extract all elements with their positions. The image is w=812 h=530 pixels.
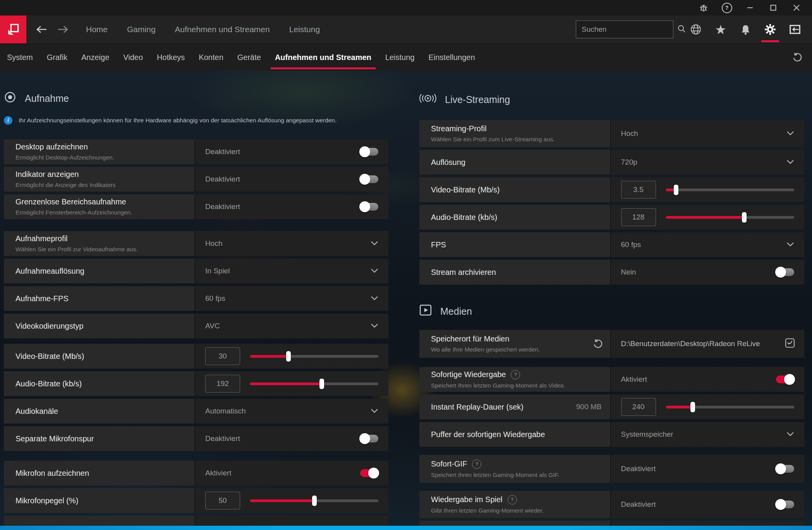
slider-thumb[interactable] [674,185,678,195]
toggle-switch[interactable] [360,148,378,156]
setting-value: Deaktiviert [205,202,240,211]
media-location-group: Speicherort für Medien Wo alle Ihre Medi… [419,330,804,360]
titlebar: ? [0,0,812,15]
subnav-hotkeys[interactable]: Hotkeys [150,44,192,71]
reset-path-icon[interactable] [592,338,603,349]
setting-row: Sofort-GIF ? Speichert Ihren letzten Gam… [419,455,804,483]
setting-title: Audio-Bitrate (kb/s) [431,213,610,222]
value-input[interactable]: 3.5 [621,181,656,199]
setting-subtitle: Wo alle Ihre Medien gespeichert werden. [431,346,540,353]
value-input[interactable]: 128 [621,208,656,226]
favorites-star-icon[interactable]: ★ [708,15,733,43]
help-icon[interactable]: ? [508,495,517,504]
toggle-switch[interactable] [360,175,378,183]
setting-title: Grenzenlose Bereichsaufnahme [15,197,194,206]
dropdown[interactable]: Hoch [611,120,805,147]
toggle-knob [775,463,786,474]
nav-home[interactable]: Home [86,25,108,34]
help-icon[interactable]: ? [472,460,481,469]
slider-thumb[interactable] [312,496,317,506]
slider-thumb[interactable] [742,212,747,223]
subnav-system[interactable]: System [0,44,40,71]
info-note: i Ihr Aufzeichnungseinstellungen können … [4,116,336,125]
dropdown[interactable]: Automatisch [195,399,388,424]
value-input[interactable]: 30 [205,347,240,365]
toggle-switch[interactable] [360,203,378,211]
setting-row: Videokodierungstyp AVC [4,314,388,338]
value-input[interactable]: 240 [621,398,656,416]
media-section-header: Medien [419,304,472,318]
setting-title: Desktop aufzeichnen [15,142,194,151]
forward-arrow-icon[interactable] [57,25,70,34]
toggle-switch[interactable] [776,465,794,473]
minimize-button[interactable] [738,0,762,15]
dropdown[interactable]: AVC [195,314,388,338]
microphone-group: Mikrofon aufzeichnen Aktiviert Mikrofonp… [4,461,388,527]
subnav-konten[interactable]: Konten [192,44,230,71]
help-icon[interactable]: ? [511,370,520,379]
chevron-down-icon [786,431,794,438]
toggle-switch[interactable] [360,435,378,443]
nav-gaming[interactable]: Gaming [127,25,156,34]
bug-report-icon[interactable] [692,0,715,15]
slider[interactable] [666,401,795,412]
dropdown[interactable]: 60 fps [195,286,388,311]
reset-settings-icon[interactable] [792,52,803,63]
subnav-aufnehmen-und-streamen[interactable]: Aufnehmen und Streamen [268,44,378,71]
maximize-button[interactable] [762,0,785,15]
slider[interactable] [250,378,378,389]
collapse-panel-icon[interactable] [783,15,807,43]
close-button[interactable] [785,0,808,15]
browse-folder-icon[interactable] [784,337,796,350]
dropdown-value: In Spiel [205,267,230,275]
toggle-switch[interactable] [360,469,378,477]
subnav-einstellungen[interactable]: Einstellungen [421,44,482,71]
info-text: Ihr Aufzeichnungseinstellungen können fü… [19,117,336,124]
dropdown[interactable]: Hoch [195,231,388,256]
dropdown[interactable]: 60 fps [611,232,805,257]
search-input[interactable] [581,25,677,34]
buffer-size-label: 900 MB [576,403,601,411]
setting-title: Puffer der sofortigen Wiedergabe [431,430,610,439]
toggle-switch[interactable] [776,376,794,383]
slider-thumb[interactable] [319,379,324,389]
slider[interactable] [666,212,795,223]
slider-thumb[interactable] [286,351,291,362]
recording-bitrate-group: Video-Bitrate (Mb/s) 30 Audio-Bitrate (k… [4,344,388,454]
setting-title: Mikrofon aufzeichnen [15,469,194,478]
notifications-bell-icon[interactable] [733,15,758,43]
value-input[interactable]: 192 [205,375,240,393]
slider[interactable] [250,351,378,362]
back-arrow-icon[interactable] [35,25,48,34]
slider[interactable] [250,495,378,506]
globe-icon[interactable] [683,15,708,43]
subnav-leistung[interactable]: Leistung [378,44,422,71]
slider-thumb[interactable] [690,402,695,412]
slider-track[interactable] [666,189,795,191]
subnav-anzeige[interactable]: Anzeige [74,44,116,71]
slider-fill [250,382,322,385]
value-input[interactable]: 50 [205,492,240,509]
bottom-blue-strip [0,526,812,530]
setting-value: Deaktiviert [205,175,240,184]
toggle-switch[interactable] [776,268,794,276]
setting-row: Aufnahme-FPS 60 fps [4,286,388,311]
amd-logo[interactable] [0,15,26,43]
subnav-grafik[interactable]: Grafik [40,44,74,71]
dropdown-value: Systemspeicher [621,430,673,439]
nav-record-stream[interactable]: Aufnehmen und Streamen [175,25,270,34]
dropdown[interactable]: In Spiel [195,259,388,283]
subnav-geraete[interactable]: Geräte [230,44,268,71]
nav-performance[interactable]: Leistung [289,25,320,34]
subnav-video[interactable]: Video [116,44,150,71]
search-box[interactable] [576,21,673,38]
dropdown[interactable]: 720p [611,150,805,175]
help-icon[interactable]: ? [715,0,738,15]
settings-gear-icon[interactable] [758,15,783,43]
dropdown[interactable]: Systemspeicher [611,422,805,447]
toggle-switch[interactable] [776,501,794,508]
streaming-group: Streaming-Profil Wählen Sie ein Profil z… [419,120,804,287]
media-icon [419,304,432,318]
slider[interactable] [666,184,795,195]
radeon-settings-window: { "colors":{ "accent":"#e3153e", "slider… [0,0,812,530]
